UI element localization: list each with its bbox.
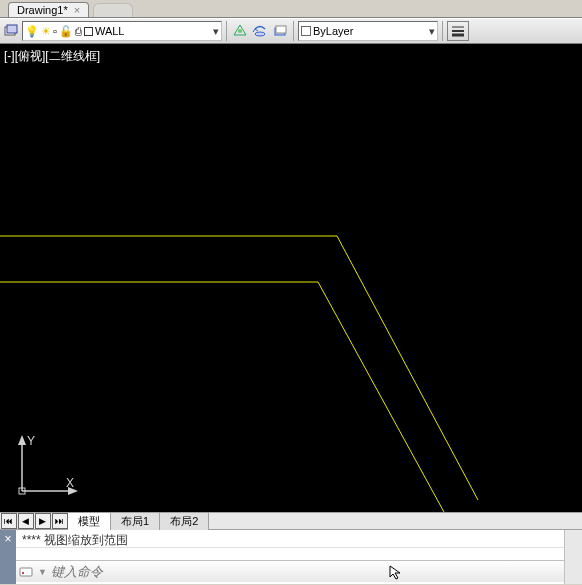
layout-tab-model[interactable]: 模型 [68,513,111,530]
linetype-swatch-icon [301,26,311,36]
command-close-icon[interactable]: × [4,532,11,546]
layer-dropdown[interactable]: 💡 ☀ ▫ 🔓 ⎙ WALL ▾ [22,21,222,41]
svg-marker-10 [18,435,26,445]
chevron-down-icon: ▾ [429,25,435,38]
axis-y-label: Y [27,434,35,448]
axis-x-label: X [66,476,74,490]
layout-tab-strip: ⏮ ◀ ▶ ⏭ 模型 布局1 布局2 [0,512,582,530]
linetype-dropdown[interactable]: ByLayer ▾ [298,21,438,41]
command-prompt-icon [18,564,34,580]
new-tab-button[interactable] [93,3,133,17]
close-icon[interactable]: × [74,4,80,16]
nav-prev-button[interactable]: ◀ [18,513,34,529]
layer-toolbar: 💡 ☀ ▫ 🔓 ⎙ WALL ▾ ByLayer ▾ [0,18,582,44]
sun-icon: ☀ [41,25,51,38]
svg-point-2 [238,29,242,33]
viewport-freeze-icon: ▫ [53,25,57,37]
linetype-name: ByLayer [313,25,353,37]
layout-tab-layout2[interactable]: 布局2 [160,513,209,530]
lock-icon: 🔓 [59,25,73,38]
svg-point-3 [255,32,265,36]
layer-isolate-icon[interactable] [271,22,289,40]
layer-name: WALL [95,25,125,37]
printable-icon: ⎙ [75,25,82,37]
drawing-geometry [0,44,582,512]
command-input[interactable] [51,564,384,579]
document-title: Drawing1* [17,4,68,16]
svg-rect-5 [276,26,286,33]
document-tab[interactable]: Drawing1* × [8,2,89,17]
drawing-canvas[interactable]: [-][俯视][二维线框] Y X [0,44,582,512]
layer-manager-icon[interactable] [2,22,20,40]
nav-first-button[interactable]: ⏮ [1,513,17,529]
svg-rect-14 [20,568,32,576]
lineweight-button[interactable] [447,21,469,41]
nav-next-button[interactable]: ▶ [35,513,51,529]
command-history-line: **** 视图缩放到范围 [16,530,564,548]
ucs-icon: Y X [10,433,80,506]
chevron-down-icon: ▾ [213,25,219,38]
layer-match-icon[interactable] [231,22,249,40]
command-dropdown-icon[interactable]: ▼ [38,567,47,577]
lightbulb-icon: 💡 [25,25,39,38]
command-panel: × **** 视图缩放到范围 ▼ [0,530,582,584]
color-swatch-icon [84,27,93,36]
svg-rect-1 [7,25,17,33]
layout-tab-layout1[interactable]: 布局1 [111,513,160,530]
layer-previous-icon[interactable] [251,22,269,40]
nav-last-button[interactable]: ⏭ [52,513,68,529]
command-scrollbar[interactable] [564,530,582,584]
cursor-icon [388,564,404,580]
